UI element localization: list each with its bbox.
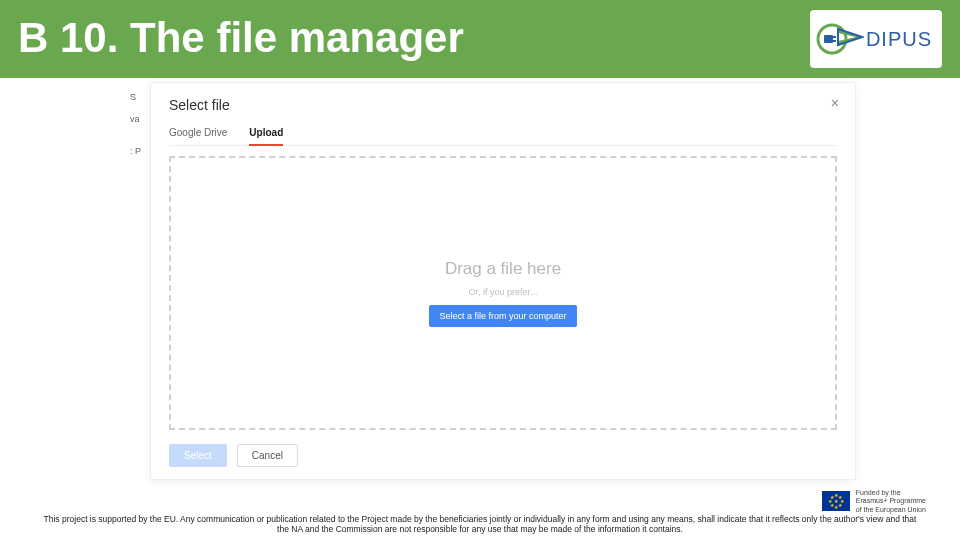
bg-label: S [130, 86, 141, 108]
modal-tabs: Google Drive Upload [169, 123, 837, 146]
eu-flag-icon [822, 491, 850, 511]
background-form-fragment: S va : P [130, 86, 141, 162]
svg-rect-1 [824, 35, 833, 43]
select-button[interactable]: Select [169, 444, 227, 467]
tab-google-drive[interactable]: Google Drive [169, 123, 227, 145]
disclaimer-text: This project is supported by the EU. Any… [0, 514, 960, 534]
close-icon[interactable]: × [831, 95, 839, 111]
drag-file-label: Drag a file here [445, 259, 561, 279]
edipus-logo-icon [816, 15, 864, 63]
select-file-button[interactable]: Select a file from your computer [429, 305, 576, 327]
cancel-button[interactable]: Cancel [237, 444, 298, 467]
upload-dropzone[interactable]: Drag a file here Or, if you prefer... Se… [169, 156, 837, 430]
bg-label: : P [130, 140, 141, 162]
modal-footer: Select Cancel [169, 444, 837, 467]
or-label: Or, if you prefer... [468, 287, 537, 297]
slide-title: B 10. The file manager [18, 14, 464, 62]
eu-funding-text: Funded by the Erasmus+ Programme of the … [856, 489, 926, 514]
bg-label: va [130, 108, 141, 130]
content-area: S va : P Select file × Google Drive Uplo… [0, 78, 960, 540]
tab-upload[interactable]: Upload [249, 123, 283, 146]
eu-funding-block: Funded by the Erasmus+ Programme of the … [822, 489, 926, 514]
svg-rect-3 [833, 40, 836, 42]
svg-rect-2 [833, 36, 836, 38]
modal-title: Select file [169, 97, 837, 113]
file-picker-modal: Select file × Google Drive Upload Drag a… [150, 82, 856, 480]
eu-line: Funded by the [856, 489, 926, 497]
eu-line: Erasmus+ Programme [856, 497, 926, 505]
edipus-logo: DIPUS [810, 10, 942, 68]
edipus-logo-text: DIPUS [866, 28, 932, 51]
slide-header: B 10. The file manager DIPUS [0, 0, 960, 78]
